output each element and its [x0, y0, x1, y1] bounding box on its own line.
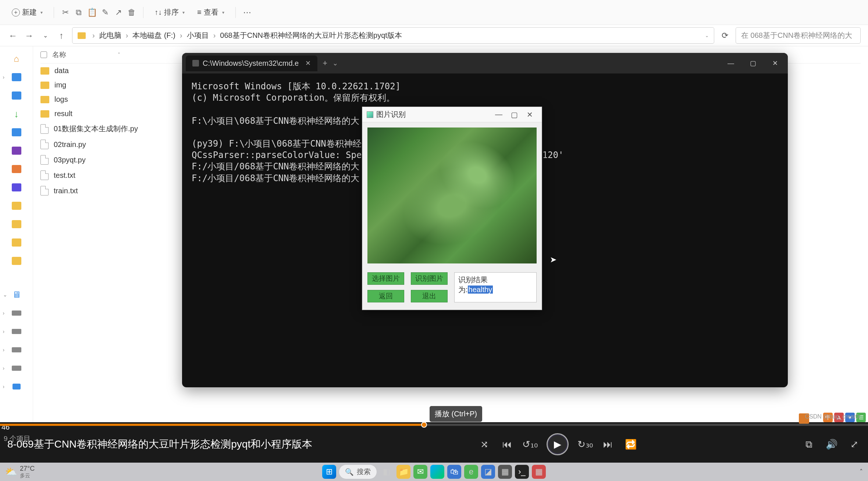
play-button[interactable]: ▶	[547, 433, 569, 455]
plus-icon: +	[12, 8, 20, 17]
rail-item[interactable]	[10, 164, 24, 174]
task-item[interactable]: ◧	[380, 465, 394, 479]
rail-item[interactable]	[10, 146, 24, 156]
preview-image	[367, 128, 537, 263]
col-name[interactable]: 名称	[52, 50, 66, 60]
forward-icon[interactable]: →	[24, 30, 35, 41]
dialog-titlebar[interactable]: 图片识别 — ▢ ✕	[362, 107, 542, 122]
wechat-icon[interactable]: ✉	[413, 465, 427, 479]
terminal-icon[interactable]: ›_	[515, 465, 529, 479]
chevron-down-icon[interactable]: ⌄	[705, 33, 709, 38]
minimize-icon[interactable]: —	[491, 110, 506, 119]
tab-chevron-icon[interactable]: ⌄	[332, 59, 338, 67]
shuffle-icon[interactable]: ⤨	[478, 438, 491, 451]
folder-icon	[40, 110, 49, 118]
crumb[interactable]: 此电脑	[99, 30, 121, 40]
rail-home[interactable]: ⌂	[10, 54, 24, 64]
file-name: test.txt	[54, 171, 75, 180]
terminal-tab[interactable]: C:\Windows\System32\cmd.e ✕	[186, 55, 317, 71]
mouse-cursor-icon: ➤	[550, 255, 556, 265]
share-icon[interactable]: ↗	[114, 8, 123, 17]
next-icon[interactable]: ⏭	[602, 438, 614, 451]
video-title: 8-069基于CNN卷积神经网络的大豆叶片形态检测pyqt和小程序版本	[7, 437, 312, 451]
system-tray[interactable]: ˄	[860, 468, 863, 476]
chevron-down-icon[interactable]: ⌄	[40, 30, 51, 41]
progress-bar[interactable]: 46 播放 (Ctrl+P) 中 A ▾ ☰ CSDN @bug_creat0r	[0, 424, 868, 426]
rail-drive[interactable]: ›	[10, 363, 24, 373]
back-button[interactable]: 返回	[367, 290, 404, 302]
minimize-icon[interactable]: —	[722, 57, 740, 70]
forward-30-icon[interactable]: ↻₃₀	[579, 438, 591, 451]
exit-button[interactable]: 退出	[411, 290, 448, 302]
tray-chevron-icon[interactable]: ˄	[860, 468, 863, 476]
rail-onedrive[interactable]: ›	[10, 72, 24, 82]
app-icon[interactable]: e	[464, 465, 478, 479]
edge-icon[interactable]	[430, 465, 444, 479]
prev-icon[interactable]: ⏮	[501, 438, 513, 451]
copy-icon[interactable]: ⧉	[74, 8, 83, 17]
file-name: train.txt	[54, 187, 78, 195]
rename-icon[interactable]: ✎	[100, 8, 110, 17]
nav-rail: ⌂ › ↓ ⌄🖥 › › › › ›	[0, 46, 33, 422]
store-icon[interactable]: 🛍	[447, 465, 461, 479]
file-icon	[40, 155, 49, 165]
taskbar-search[interactable]: 🔍 搜索	[339, 465, 377, 479]
breadcrumb[interactable]: › 此电脑 › 本地磁盘 (F:) › 小项目 › 068基于CNN卷积神经网络…	[72, 27, 714, 44]
video-player: 46 播放 (Ctrl+P) 中 A ▾ ☰ CSDN @bug_creat0r…	[0, 422, 868, 481]
paste-icon[interactable]: 📋	[87, 8, 97, 17]
refresh-icon[interactable]: ⟳	[719, 30, 730, 41]
rail-item[interactable]	[10, 201, 24, 211]
repeat-icon[interactable]: 🔁	[625, 438, 637, 451]
app-icon[interactable]: ◪	[481, 465, 495, 479]
progress-thumb[interactable]	[421, 422, 427, 428]
rail-this-pc[interactable]: ⌄🖥	[10, 290, 24, 300]
start-icon[interactable]: ⊞	[322, 465, 336, 479]
crumb[interactable]: 小项目	[187, 30, 209, 40]
back-icon[interactable]: ←	[7, 30, 18, 41]
rail-drive[interactable]: ›	[10, 381, 24, 392]
close-icon[interactable]: ✕	[522, 110, 537, 119]
crumb[interactable]: 本地磁盘 (F:)	[132, 30, 175, 40]
weather-widget[interactable]: ⛅ 27°C 多云	[5, 465, 35, 479]
pip-icon[interactable]: ⧉	[803, 438, 815, 451]
volume-icon[interactable]: 🔊	[825, 438, 838, 451]
search-label: 搜索	[357, 467, 371, 477]
app-icon[interactable]: ▦	[532, 465, 546, 479]
close-tab-icon[interactable]: ✕	[305, 59, 311, 67]
sort-button[interactable]: ↑↓ 排序 ▾	[150, 4, 189, 20]
add-tab-icon[interactable]: +	[323, 58, 327, 68]
result-prefix: 为:	[458, 286, 468, 294]
rail-downloads[interactable]: ↓	[10, 109, 24, 119]
cut-icon[interactable]: ✂	[61, 8, 70, 17]
maximize-icon[interactable]: ▢	[744, 57, 762, 70]
rail-drive[interactable]: ›	[10, 345, 24, 355]
rail-item[interactable]	[10, 90, 24, 101]
rewind-10-icon[interactable]: ↺₁₀	[524, 438, 536, 451]
close-icon[interactable]: ✕	[766, 57, 784, 70]
maximize-icon[interactable]: ▢	[506, 110, 522, 119]
select-image-button[interactable]: 选择图片	[367, 272, 404, 285]
file-name: 02train.py	[54, 140, 86, 149]
rail-item[interactable]	[10, 256, 24, 266]
explorer-icon[interactable]: 📁	[396, 465, 410, 479]
explorer-toolbar: + 新建 ▾ ✂ ⧉ 📋 ✎ ↗ 🗑 ↑↓ 排序 ▾ ≡ 查看 ▾ ⋯	[0, 0, 868, 25]
more-icon[interactable]: ⋯	[242, 8, 252, 17]
rail-item[interactable]	[10, 127, 24, 137]
rail-drive[interactable]: ›	[10, 326, 24, 337]
search-input[interactable]: 在 068基于CNN卷积神经网络的大	[736, 27, 861, 44]
recognize-button[interactable]: 识别图片	[411, 272, 448, 285]
rail-drive[interactable]: ›	[10, 308, 24, 318]
rail-item[interactable]	[10, 237, 24, 248]
sep: ›	[180, 31, 182, 40]
app-icon[interactable]: ▦	[498, 465, 512, 479]
delete-icon[interactable]: 🗑	[127, 8, 136, 17]
view-button[interactable]: ≡ 查看 ▾	[193, 4, 229, 20]
crumb[interactable]: 068基于CNN卷积神经网络的大豆叶片形态检测pyqt版本	[220, 30, 402, 40]
up-icon[interactable]: ↑	[56, 30, 67, 41]
fullscreen-icon[interactable]: ⤢	[848, 438, 861, 451]
rail-item[interactable]	[10, 219, 24, 229]
folder-icon	[78, 32, 86, 39]
new-button[interactable]: + 新建 ▾	[7, 4, 47, 20]
rail-item[interactable]	[10, 182, 24, 193]
select-all-checkbox[interactable]	[40, 51, 47, 58]
